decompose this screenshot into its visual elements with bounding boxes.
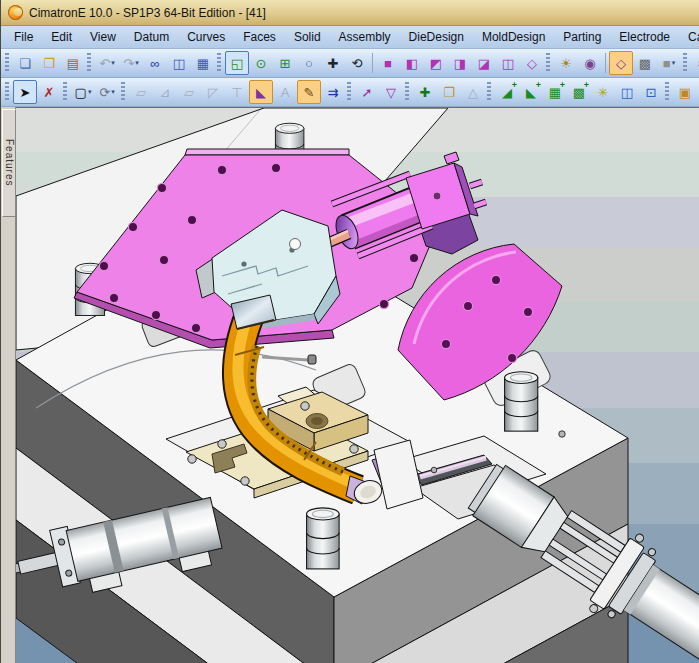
- menu-view[interactable]: View: [81, 27, 125, 47]
- view-front-button[interactable]: ◧: [400, 51, 424, 75]
- redo-icon: ↷: [123, 57, 134, 70]
- delete-assembly-tree-button[interactable]: ▦: [191, 51, 215, 75]
- add-part-button[interactable]: ◢+: [495, 80, 519, 104]
- menu-curves[interactable]: Curves: [178, 27, 234, 47]
- menu-diedesign[interactable]: DieDesign: [400, 27, 473, 47]
- zoom-in-out-button[interactable]: ○: [297, 51, 321, 75]
- view-back-button[interactable]: ◪: [472, 51, 496, 75]
- new-light-part-button[interactable]: ✳: [591, 80, 615, 104]
- toolbar-grip[interactable]: [405, 82, 409, 102]
- add-hole-button[interactable]: ⊤: [225, 80, 249, 104]
- menu-parting[interactable]: Parting: [554, 27, 610, 47]
- menu-file[interactable]: File: [5, 27, 42, 47]
- add-part-plus-badge: +: [512, 80, 517, 90]
- menu-datum[interactable]: Datum: [125, 27, 178, 47]
- menubar-items: FileEditViewDatumCurvesFacesSolidAssembl…: [5, 27, 699, 47]
- menu-molddesign[interactable]: MoldDesign: [473, 27, 554, 47]
- snapshot-icon: ◉: [584, 57, 595, 70]
- toolbar-grip[interactable]: [546, 53, 550, 73]
- toolbar-grip[interactable]: [121, 82, 125, 102]
- view-top-button[interactable]: ◩: [424, 51, 448, 75]
- pan-button[interactable]: ✚: [321, 51, 345, 75]
- toolbar-grip[interactable]: [683, 53, 687, 73]
- undo-button[interactable]: ↶▾: [95, 51, 119, 75]
- add-drawing-button[interactable]: ▦+: [543, 80, 567, 104]
- light-settings-button[interactable]: ☀: [554, 51, 578, 75]
- zoom-window-icon: ⊞: [280, 57, 291, 70]
- menu-edit[interactable]: Edit: [42, 27, 81, 47]
- open-catalog-part-button[interactable]: ❐: [437, 80, 461, 104]
- display-shaded-dropdown-arrow[interactable]: ▾: [672, 59, 676, 67]
- toolbar-grip[interactable]: [63, 82, 67, 102]
- view-references-button[interactable]: ∞: [143, 51, 167, 75]
- view-right-button[interactable]: ◨: [448, 51, 472, 75]
- view-isometric-button[interactable]: ■: [376, 51, 400, 75]
- window-select-button[interactable]: ▢▾: [71, 80, 95, 104]
- copy-face-button[interactable]: ▱: [129, 80, 153, 104]
- main-area: Features: [1, 107, 699, 663]
- toolbar-grip[interactable]: [347, 82, 351, 102]
- view-top-icon: ◩: [430, 57, 442, 70]
- show-hidden-button[interactable]: ⇉: [321, 80, 345, 104]
- pick-feature-button[interactable]: ➤: [13, 80, 37, 104]
- view-bottom-button[interactable]: ◫: [496, 51, 520, 75]
- catalog-browser-button[interactable]: ▣: [673, 80, 697, 104]
- redo-button[interactable]: ↷▾: [119, 51, 143, 75]
- toolbar-grip[interactable]: [5, 53, 9, 73]
- split-face-button[interactable]: ◸: [201, 80, 225, 104]
- toolbar-grip[interactable]: [217, 53, 221, 73]
- add-process-button[interactable]: ▩+: [567, 80, 591, 104]
- copy-assembly-tree-button[interactable]: ◫: [167, 51, 191, 75]
- undo-icon: ↶: [99, 57, 110, 70]
- extend-face-button[interactable]: ▱: [177, 80, 201, 104]
- toolbar-overflow-button[interactable]: »▾: [691, 51, 699, 75]
- menu-electrode[interactable]: Electrode: [610, 27, 679, 47]
- pick-path-button[interactable]: ➚: [355, 80, 379, 104]
- rotate-view-button[interactable]: ⟲: [345, 51, 369, 75]
- zoom-dynamic-button[interactable]: ⊙: [249, 51, 273, 75]
- delete-assembly-tree-icon: ▦: [197, 57, 209, 70]
- display-shaded-edges-button[interactable]: ▩: [633, 51, 657, 75]
- pattern-components-button[interactable]: ◫: [615, 80, 639, 104]
- menu-catalog[interactable]: Catalog: [679, 27, 699, 47]
- mold-assembly-scene: [16, 108, 699, 663]
- display-wireframe-button[interactable]: ◇: [609, 51, 633, 75]
- new-document-icon: ❏: [19, 57, 31, 70]
- toolbar-grip[interactable]: [665, 82, 669, 102]
- measure-button[interactable]: △: [461, 80, 485, 104]
- open-document-button[interactable]: ❐: [37, 51, 61, 75]
- selection-filter-button[interactable]: ▽: [379, 80, 403, 104]
- view-custom-button[interactable]: ◇: [520, 51, 544, 75]
- redo-dropdown-arrow[interactable]: ▾: [135, 59, 139, 67]
- zoom-window-button[interactable]: ⊞: [273, 51, 297, 75]
- sketcher-button[interactable]: ✎: [297, 80, 321, 104]
- ucs-display-button[interactable]: ✚: [413, 80, 437, 104]
- toolbar-grip[interactable]: [5, 82, 9, 102]
- add-drawing-plus-badge: +: [560, 80, 565, 90]
- new-document-button[interactable]: ❏: [13, 51, 37, 75]
- save-document-button[interactable]: ▤: [61, 51, 85, 75]
- menu-faces[interactable]: Faces: [234, 27, 285, 47]
- undo-dropdown-arrow[interactable]: ▾: [111, 59, 115, 67]
- zoom-all-button[interactable]: ◱: [225, 51, 249, 75]
- add-subassembly-button[interactable]: ◣+: [519, 80, 543, 104]
- window-select-dropdown-arrow[interactable]: ▾: [88, 88, 92, 96]
- zoom-dynamic-icon: ⊙: [256, 57, 267, 70]
- zoom-in-out-icon: ○: [305, 57, 313, 70]
- dynamic-viewing-dropdown-arrow[interactable]: ▾: [111, 88, 115, 96]
- toolbar-grip[interactable]: [87, 53, 91, 73]
- align-components-button[interactable]: ⊡: [639, 80, 663, 104]
- features-tab[interactable]: Features: [2, 109, 16, 217]
- unselect-all-button[interactable]: ✗: [37, 80, 61, 104]
- offset-face-button[interactable]: ⊿: [153, 80, 177, 104]
- menu-solid[interactable]: Solid: [285, 27, 330, 47]
- dynamic-viewing-button[interactable]: ⟳▾: [95, 80, 119, 104]
- annotate-text-button[interactable]: A: [273, 80, 297, 104]
- remove-faces-button[interactable]: ◣: [249, 80, 273, 104]
- snapshot-button[interactable]: ◉: [578, 51, 602, 75]
- display-shaded-button[interactable]: ■▾: [657, 51, 681, 75]
- add-process-plus-badge: +: [584, 80, 589, 90]
- toolbar-grip[interactable]: [487, 82, 491, 102]
- menu-assembly[interactable]: Assembly: [330, 27, 400, 47]
- viewport-canvas[interactable]: [16, 107, 699, 663]
